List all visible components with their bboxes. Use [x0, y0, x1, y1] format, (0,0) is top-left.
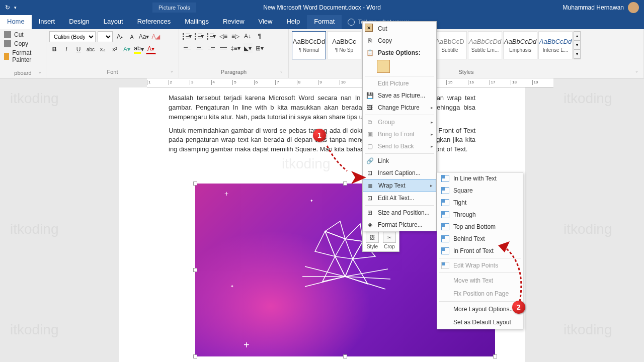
line-spacing-button[interactable]: ‡≡▾ [230, 43, 240, 53]
paste-option-button[interactable] [377, 60, 390, 73]
wrap-through[interactable]: Through [437, 209, 523, 221]
wrap-square[interactable]: Square [437, 185, 523, 197]
bold-button[interactable]: B [49, 44, 59, 54]
underline-button[interactable]: U [73, 44, 84, 54]
crop-button[interactable]: ✂Crop [382, 232, 397, 249]
autosave-icon[interactable]: ↻ [5, 4, 10, 11]
svg-marker-5 [315, 231, 335, 256]
user-area[interactable]: Muhammad Hernawan [563, 2, 644, 13]
tab-references[interactable]: References [130, 15, 178, 29]
ctx-link[interactable]: 🔗Link [363, 155, 436, 167]
wrap-set-default-layout[interactable]: Set as Default Layout [437, 316, 523, 329]
crop-icon: ✂ [383, 232, 396, 243]
borders-button[interactable]: ⊞▾ [255, 43, 265, 53]
bring-front-icon: ▣ [366, 130, 374, 138]
wrap-tight[interactable]: Tight [437, 197, 523, 209]
ctx-group: ⧉Group [363, 116, 436, 128]
user-avatar[interactable] [628, 2, 639, 13]
clear-formatting-button[interactable]: A◢ [151, 32, 161, 42]
resize-handle-tm[interactable] [343, 182, 347, 186]
sort-button[interactable]: A↓ [243, 31, 253, 41]
cut-button[interactable]: Cut [2, 30, 44, 39]
tab-review[interactable]: Review [216, 15, 252, 29]
decrease-indent-button[interactable]: ◁≡ [218, 31, 228, 41]
tab-layout[interactable]: Layout [97, 15, 130, 29]
tab-format[interactable]: Format [307, 15, 342, 29]
align-center-button[interactable] [194, 43, 204, 53]
grow-font-button[interactable]: A▴ [115, 32, 125, 42]
format-painter-button[interactable]: Format Painter [2, 48, 44, 64]
justify-button[interactable] [218, 43, 228, 53]
ctx-cut[interactable]: ✂Cut [363, 23, 436, 35]
wrap-top-bottom[interactable]: Top and Bottom [437, 221, 523, 233]
shrink-font-button[interactable]: A [127, 32, 137, 42]
style-normal[interactable]: AaBbCcDd¶ Normal [292, 31, 326, 59]
align-right-button[interactable] [206, 43, 216, 53]
style-subtle-emphasis[interactable]: AaBbCcDdSubtle Em... [468, 31, 502, 59]
bullets-button[interactable]: ▾ [182, 31, 192, 41]
svg-marker-0 [325, 221, 345, 239]
subscript-button[interactable]: x₂ [98, 44, 108, 54]
wrap-topbottom-icon [441, 223, 449, 230]
style-intense-emphasis[interactable]: AaBbCcDdIntense E... [538, 31, 573, 59]
style-subtitle[interactable]: AaBbCcDSubtitle [433, 31, 467, 59]
ctx-wrap-text[interactable]: ≣Wrap Text [363, 179, 436, 192]
resize-handle-bl[interactable] [193, 354, 197, 358]
ctx-copy[interactable]: ⎘Copy [363, 35, 436, 47]
ctx-format-picture[interactable]: ◈Format Picture... [363, 219, 436, 231]
format-picture-icon: ◈ [366, 221, 374, 229]
multilevel-button[interactable]: ▾ [206, 31, 216, 41]
strikethrough-button[interactable]: abc [86, 44, 96, 54]
ctx-insert-caption[interactable]: ⊡Insert Caption... [363, 167, 436, 179]
show-marks-button[interactable]: ¶ [255, 31, 265, 41]
resize-handle-ml[interactable] [193, 268, 197, 272]
lightbulb-icon [348, 19, 355, 26]
highlight-button[interactable]: ab▾ [134, 44, 144, 54]
italic-button[interactable]: I [61, 44, 71, 54]
font-size-select[interactable]: 11 [98, 31, 113, 42]
copy-button[interactable]: Copy [2, 39, 44, 48]
resize-handle-br[interactable] [493, 354, 497, 358]
style-nospacing[interactable]: AaBbCc¶ No Sp [327, 31, 361, 59]
increase-indent-button[interactable]: ≡▷ [230, 31, 240, 41]
tab-help[interactable]: Help [279, 15, 307, 29]
style-emphasis[interactable]: AaBbCcDdEmphasis [503, 31, 537, 59]
font-color-button[interactable]: A▾ [146, 44, 156, 54]
paragraph-group: ▾ ▾ ▾ ◁≡ ≡▷ A↓ ¶ ‡≡▾ ◣▾ ⊞▾ Paragraph [179, 29, 289, 78]
ctx-change-picture[interactable]: 🖼Change Picture [363, 102, 436, 114]
tab-home[interactable]: Home [0, 15, 32, 29]
change-case-button[interactable]: Aa▾ [139, 32, 149, 42]
picture-style-button[interactable]: 🖼Style [365, 232, 380, 249]
close-icon[interactable]: ✕ [365, 24, 373, 32]
ctx-edit-alt-text[interactable]: ⊡Edit Alt Text... [363, 192, 436, 204]
group-icon: ⧉ [366, 118, 374, 126]
wrap-inline[interactable]: In Line with Text [437, 172, 523, 185]
superscript-button[interactable]: x² [110, 44, 120, 54]
wrap-tight-icon [441, 199, 449, 206]
align-left-button[interactable] [182, 43, 192, 53]
text-effects-button[interactable]: A▾ [122, 44, 132, 54]
shading-button[interactable]: ◣▾ [243, 43, 253, 53]
ribbon-tabs: Home Insert Design Layout References Mai… [0, 15, 644, 29]
ctx-paste-options-header: 📋Paste Options: [363, 47, 436, 59]
numbering-button[interactable]: ▾ [194, 31, 204, 41]
ctx-size-position[interactable]: ⊞Size and Position... [363, 207, 436, 219]
clipboard-group: Cut Copy Format Painter pboard [0, 29, 46, 78]
tab-design[interactable]: Design [62, 15, 96, 29]
mini-toolbar: 🖼Style ✂Crop [362, 229, 399, 252]
resize-handle-bm[interactable] [343, 354, 347, 358]
svg-line-12 [345, 269, 388, 277]
alt-text-icon: ⊡ [366, 194, 374, 202]
tab-mailings[interactable]: Mailings [178, 15, 216, 29]
sparkle-icon: ✦ [230, 284, 234, 289]
horizontal-ruler[interactable]: 1234 5678 9101112 13141516 171819 [147, 78, 553, 87]
tab-view[interactable]: View [252, 15, 280, 29]
font-name-select[interactable]: Calibri (Body) [49, 31, 96, 42]
ctx-save-as-picture[interactable]: 💾Save as Picture... [363, 89, 436, 102]
resize-handle-tl[interactable] [193, 182, 197, 186]
styles-more-button[interactable]: ▴▾▾ [574, 31, 581, 59]
qat-dropdown-icon[interactable]: ▾ [14, 5, 17, 10]
tab-insert[interactable]: Insert [32, 15, 62, 29]
wrap-behind-icon [441, 235, 449, 242]
copy-icon [4, 40, 11, 47]
